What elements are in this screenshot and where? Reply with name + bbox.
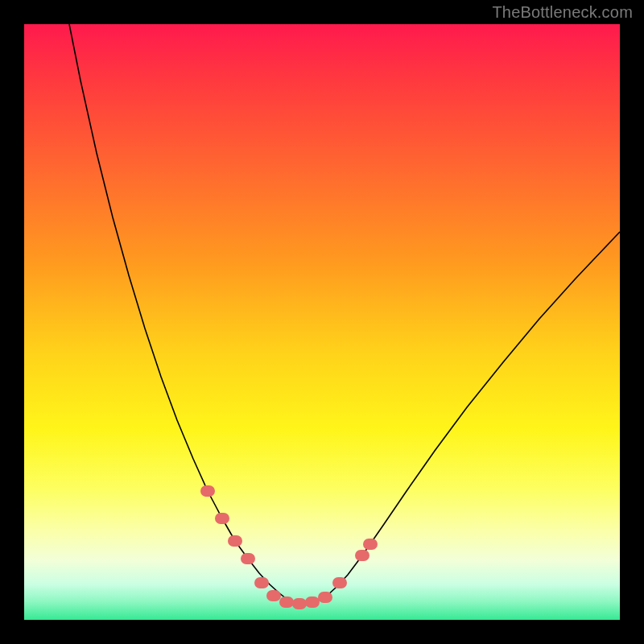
watermark-text: TheBottleneck.com [492,3,633,22]
chart-svg [24,24,620,620]
plot-area [24,24,620,620]
bottleneck-curve [69,24,620,604]
chart-frame: TheBottleneck.com [0,0,644,644]
highlight-nodes [206,491,372,604]
